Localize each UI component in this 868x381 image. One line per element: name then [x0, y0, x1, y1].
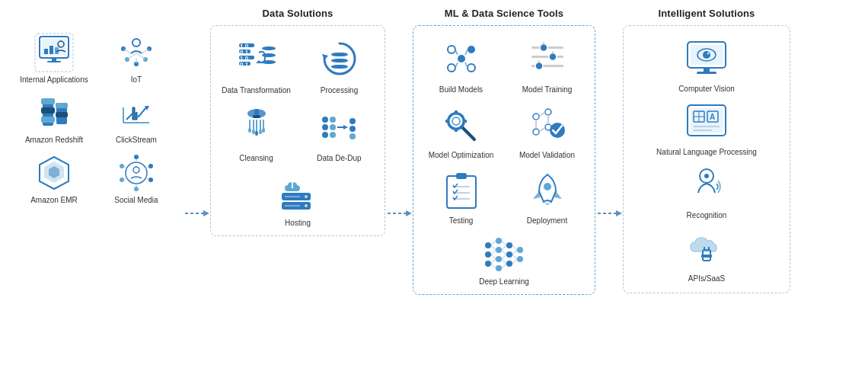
svg-rect-134 — [447, 176, 476, 208]
source-social-media-label: Social Media — [114, 196, 158, 205]
ml-model-validation: Model Validation — [506, 99, 589, 162]
source-internal-applications-label: Internal Applications — [20, 75, 88, 85]
svg-rect-22 — [41, 107, 55, 114]
arrow-2 — [385, 8, 413, 373]
arrow-1 — [183, 8, 210, 373]
svg-line-123 — [462, 127, 474, 139]
ml-build-models: Build Models — [420, 34, 503, 96]
svg-point-143 — [496, 238, 502, 244]
ds-hosting-label: Hosting — [285, 219, 311, 228]
svg-point-102 — [468, 64, 475, 72]
svg-point-140 — [485, 242, 491, 248]
intel-grid: Computer Vision — [630, 34, 783, 285]
svg-point-83 — [330, 132, 336, 138]
svg-point-77 — [262, 128, 265, 133]
source-amazon-redshift: Amazon Redshift — [15, 89, 93, 146]
cleansing-icon — [233, 104, 280, 152]
intel-recognition: Recognition — [681, 160, 732, 222]
ml-deep-learning-item: Deep Learning — [479, 229, 529, 287]
svg-rect-66 — [254, 109, 259, 115]
ds-processing-label: Processing — [321, 86, 358, 95]
ml-model-validation-label: Model Validation — [519, 151, 575, 160]
ml-column: ML & Data Science Tools — [413, 8, 595, 373]
svg-point-78 — [322, 117, 328, 123]
source-amazon-emr-label: Amazon EMR — [30, 196, 78, 205]
intel-nlp-label: Natural Language Processing — [656, 148, 757, 157]
ds-data-dedup: Data De-Dup — [300, 101, 378, 165]
svg-line-164 — [512, 245, 517, 250]
svg-point-150 — [517, 247, 523, 253]
source-clickstream: ClickStream — [97, 89, 175, 146]
svg-point-87 — [349, 126, 356, 132]
svg-rect-7 — [47, 61, 61, 62]
svg-point-147 — [506, 242, 512, 248]
svg-point-173 — [703, 51, 710, 59]
svg-point-125 — [533, 114, 539, 120]
svg-line-167 — [512, 259, 517, 264]
ml-deployment: Deployment — [506, 165, 589, 227]
svg-point-73 — [248, 128, 251, 133]
svg-line-153 — [491, 245, 496, 250]
source-internal-applications: Internal Applications — [15, 29, 93, 86]
ds-data-dedup-label: Data De-Dup — [317, 154, 361, 163]
svg-rect-2 — [44, 49, 48, 54]
ds-grid: 1 0 0 1 1 0 0 1 Dat — [217, 34, 378, 165]
dashed-arrow-1 — [183, 206, 209, 221]
ml-model-optimization: Model Optimization — [420, 99, 503, 162]
ml-grid: Build Models — [420, 34, 589, 227]
svg-point-101 — [448, 64, 455, 72]
svg-line-158 — [502, 241, 506, 245]
svg-marker-57 — [256, 60, 262, 63]
svg-line-163 — [502, 264, 506, 268]
intelligent-box: Computer Vision — [623, 25, 790, 293]
svg-point-187 — [704, 174, 709, 178]
svg-rect-26 — [56, 112, 68, 117]
svg-point-99 — [448, 46, 455, 53]
svg-rect-58 — [262, 46, 276, 50]
svg-line-106 — [455, 62, 458, 68]
svg-point-39 — [120, 178, 124, 182]
page: Internal Applications — [0, 0, 868, 381]
svg-rect-3 — [49, 46, 53, 54]
ds-hosting-item: Hosting — [274, 169, 321, 228]
svg-point-74 — [252, 130, 255, 134]
ml-deployment-label: Deployment — [527, 216, 567, 226]
ds-cleansing: Cleansing — [217, 101, 295, 165]
ml-model-training-label: Model Training — [522, 85, 573, 94]
svg-rect-21 — [41, 98, 55, 104]
svg-point-149 — [506, 261, 512, 267]
ds-cleansing-label: Cleansing — [239, 154, 273, 163]
svg-line-157 — [491, 264, 496, 268]
processing-icon — [316, 37, 363, 84]
svg-point-82 — [330, 124, 336, 130]
sources-grid: Internal Applications — [15, 29, 175, 207]
data-solutions-column: Data Solutions 1 0 0 1 — [210, 8, 385, 373]
svg-line-152 — [491, 241, 496, 245]
svg-line-159 — [502, 245, 506, 250]
svg-marker-48 — [203, 210, 209, 216]
data-solutions-box: 1 0 0 1 1 0 0 1 Dat — [210, 25, 385, 236]
ml-deep-learning-label: Deep Learning — [479, 277, 529, 287]
svg-line-129 — [539, 112, 545, 117]
source-clickstream-label: ClickStream — [116, 136, 157, 145]
ml-model-training: Model Training — [506, 34, 589, 96]
svg-point-127 — [533, 129, 539, 135]
model-validation-icon — [524, 102, 571, 149]
svg-rect-23 — [41, 117, 55, 123]
svg-marker-98 — [406, 210, 412, 216]
svg-line-105 — [465, 50, 468, 55]
svg-line-130 — [539, 127, 545, 132]
svg-rect-175 — [704, 68, 710, 72]
svg-line-18 — [136, 53, 145, 59]
svg-line-155 — [491, 255, 496, 259]
data-solutions-title: Data Solutions — [263, 8, 333, 19]
svg-line-162 — [502, 259, 506, 264]
svg-rect-6 — [52, 58, 56, 61]
ds-data-transformation: 1 0 0 1 1 0 0 1 Dat — [217, 34, 295, 97]
intelligent-column: Intelligent Solutions — [623, 8, 790, 373]
svg-point-93 — [305, 204, 308, 207]
social-media-icon — [116, 152, 157, 194]
svg-point-81 — [330, 117, 336, 123]
testing-icon — [438, 168, 485, 215]
computer-vision-icon — [683, 36, 730, 83]
